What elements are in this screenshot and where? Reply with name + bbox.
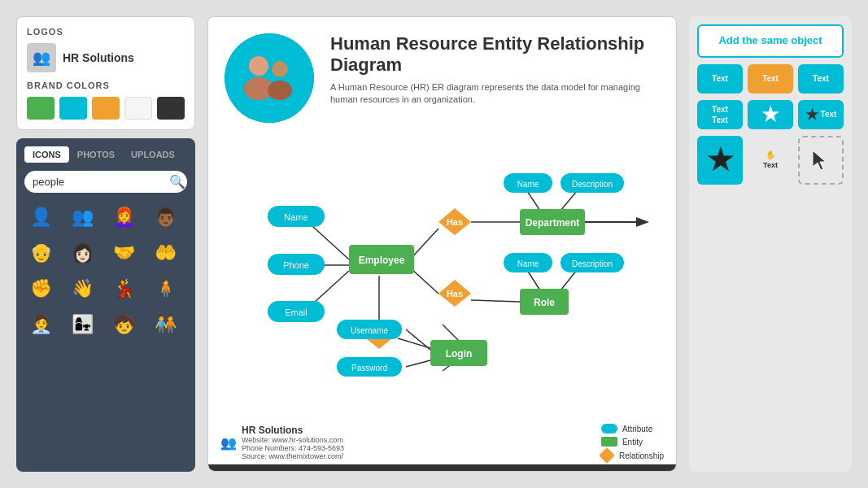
svg-text:Password: Password [351,364,387,373]
svg-text:Role: Role [533,297,554,308]
object-star-text[interactable]: ★Text [798,100,844,129]
diagram-desc: A Human Resource (HR) ER diagram represe… [330,81,660,107]
svg-text:Email: Email [285,307,308,317]
svg-line-14 [410,268,438,294]
legend: Attribute Entity Relationship [601,424,664,461]
bottom-divider [208,464,676,471]
brand-colors-label: BRAND COLORS [27,81,185,90]
svg-text:Phone: Phone [283,260,309,270]
svg-point-3 [272,61,288,77]
tab-uploads[interactable]: UPLOADS [123,146,183,163]
svg-text:Description: Description [571,259,612,268]
objects-row-3: ★ ✋ Text [697,136,844,185]
search-icon[interactable]: 🔍 [169,174,185,190]
icons-panel: ICONS PHOTOS UPLOADS 🔍 👤 👥 👩‍🦰 👨🏾 👴 👩🏻 🤝… [16,138,195,472]
search-bar: 🔍 [24,171,187,193]
diagram-footer: 👥 HR Solutions Website: www.hr-solutions… [220,424,664,461]
svg-line-54 [406,329,430,350]
color-teal[interactable] [59,97,87,120]
er-diagram-svg: Employee Name Phone Email Has Department… [223,131,662,391]
color-orange[interactable] [92,97,120,120]
icon-item[interactable]: 👩‍🦰 [107,201,140,233]
add-same-object-button[interactable]: Add the same object [697,24,844,58]
center-area: Human Resource Entity Relationship Diagr… [207,16,677,472]
object-double-text[interactable]: TextText [697,100,743,129]
footer-logo-area: 👥 HR Solutions Website: www.hr-solutions… [220,425,344,460]
object-plain-text[interactable]: ✋ Text [748,136,793,185]
svg-text:Description: Description [571,180,612,189]
svg-text:Username: Username [350,326,388,335]
legend-attribute-box [601,424,617,434]
legend-relationship-label: Relationship [619,451,664,460]
icon-item[interactable]: 👥 [66,201,98,233]
color-white[interactable] [124,97,152,120]
svg-text:Department: Department [525,217,579,229]
icon-item[interactable]: 👩‍👧 [66,308,98,341]
object-cursor[interactable] [798,136,844,185]
object-teal-text-1[interactable]: Text [697,64,743,94]
icon-item[interactable]: 🧍 [149,272,181,305]
tab-photos[interactable]: PHOTOS [69,146,123,163]
legend-relationship: Relationship [601,450,664,461]
legend-entity-label: Entity [622,438,643,447]
color-dark[interactable] [157,97,185,120]
svg-point-4 [268,81,292,100]
icon-item[interactable]: 💃 [107,272,140,305]
svg-text:Login: Login [445,348,472,359]
left-panel: LOGOS 👥 HR Solutions BRAND COLORS ICONS … [16,16,195,472]
icon-item[interactable]: 👩🏻 [66,237,98,269]
icon-item[interactable]: 👴 [24,237,57,269]
legend-relationship-box [599,447,615,464]
icon-item[interactable]: 👤 [24,201,57,233]
object-orange-text[interactable]: Text [748,64,793,94]
icon-item[interactable]: 👨🏾 [149,201,181,233]
object-big-star[interactable]: ★ [697,136,743,185]
icon-item[interactable]: 🤝 [107,237,140,269]
legend-entity-box [601,437,617,447]
search-input[interactable] [33,176,169,188]
object-star-teal[interactable]: ★ [748,100,793,129]
logo-name: HR Solutions [63,51,134,64]
footer-phone: Phone Numbers: 474-593-5693 [242,444,344,452]
footer-logo-icon: 👥 [220,435,237,451]
right-panel: Add the same object Text Text Text TextT… [689,16,852,472]
logo-area: 👥 HR Solutions [27,43,185,72]
icon-item[interactable]: 🧒 [107,308,140,341]
brand-colors [27,97,185,120]
svg-text:Name: Name [517,180,539,189]
svg-line-20 [443,325,459,341]
diagram-header: Human Resource Entity Relationship Diagr… [208,17,676,131]
objects-row-2: TextText ★ ★Text [697,100,844,129]
icon-item[interactable]: 🧑‍💼 [24,308,57,341]
diagram-title: Human Resource Entity Relationship Diagr… [330,33,660,76]
diagram-title-area: Human Resource Entity Relationship Diagr… [330,33,660,107]
svg-text:Has: Has [446,217,462,227]
legend-attribute: Attribute [601,424,664,434]
svg-text:Name: Name [517,259,539,268]
icon-item[interactable]: ✊ [24,272,57,305]
footer-logo-text: HR Solutions Website: www.hr-solutions.c… [242,425,344,460]
svg-point-1 [249,56,268,76]
svg-text:Employee: Employee [358,255,404,266]
legend-entity: Entity [601,437,664,447]
diagram-image [225,33,314,123]
svg-line-15 [471,300,520,302]
legend-attribute-label: Attribute [622,425,652,434]
main-container: LOGOS 👥 HR Solutions BRAND COLORS ICONS … [0,0,868,488]
icons-tabs: ICONS PHOTOS UPLOADS [24,146,187,163]
svg-text:Name: Name [284,212,308,222]
icons-grid: 👤 👥 👩‍🦰 👨🏾 👴 👩🏻 🤝 🤲 ✊ 👋 💃 🧍 🧑‍💼 👩‍👧 🧒 🧑‍… [24,201,187,341]
icon-item[interactable]: 👋 [66,272,98,305]
hr-logo-icon: 👥 [27,43,56,72]
color-green[interactable] [27,97,55,120]
objects-row-1: Text Text Text [697,64,844,94]
footer-source: Source: www.themixtower.com/ [242,452,344,460]
tab-icons[interactable]: ICONS [24,146,69,163]
svg-marker-56 [813,150,826,170]
icon-item[interactable]: 🤲 [149,237,181,269]
footer-company-name: HR Solutions [242,425,344,436]
brand-box: LOGOS 👥 HR Solutions BRAND COLORS [16,16,195,130]
object-teal-text-2[interactable]: Text [798,64,844,94]
svg-line-9 [410,229,438,259]
icon-item[interactable]: 🧑‍🤝‍🧑 [149,308,181,341]
